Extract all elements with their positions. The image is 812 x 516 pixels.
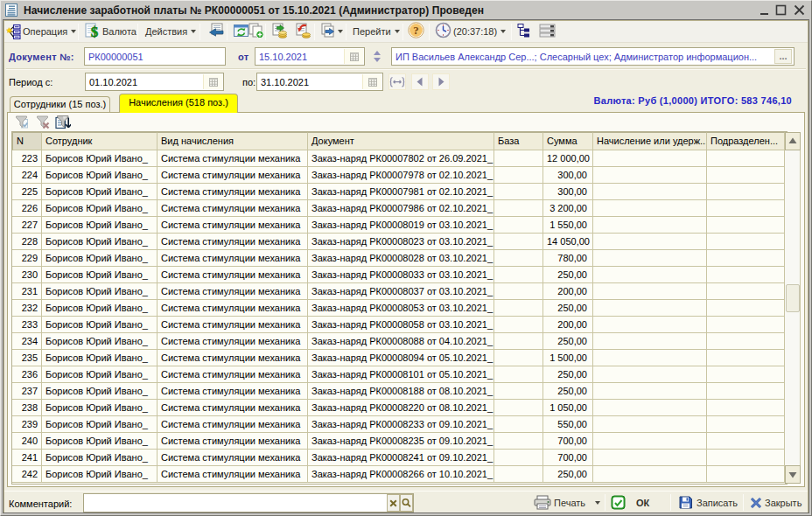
svg-text:$: $ (91, 24, 99, 39)
svg-text:?: ? (413, 24, 419, 37)
